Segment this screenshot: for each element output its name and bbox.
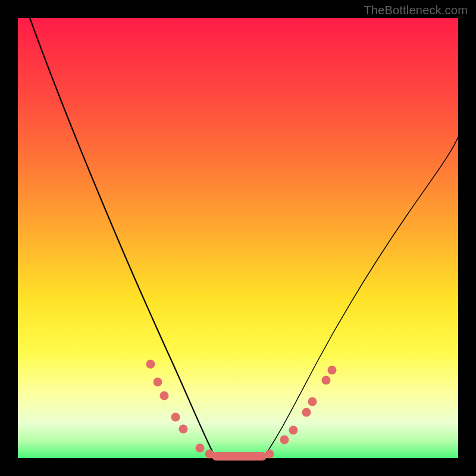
marker-dot [302, 408, 311, 417]
watermark-text: TheBottleneck.com [364, 4, 468, 17]
chart-canvas: TheBottleneck.com [0, 0, 476, 476]
marker-dot [160, 392, 169, 400]
marker-dot [171, 413, 180, 422]
flat-bottom-marker [212, 452, 267, 461]
left-curve [30, 18, 215, 456]
marker-dot [322, 376, 331, 385]
right-curve [264, 137, 458, 456]
marker-dot [196, 444, 205, 453]
marker-dot [265, 450, 274, 459]
curve-layer [18, 18, 458, 458]
marker-dot [280, 436, 289, 444]
marker-dot [154, 378, 162, 387]
marker-dot [289, 426, 298, 435]
marker-dot [179, 425, 188, 434]
marker-dot [205, 450, 214, 459]
plot-area [18, 18, 458, 458]
marker-dot [146, 360, 155, 369]
marker-dot [328, 366, 337, 375]
marker-dot [308, 397, 317, 406]
